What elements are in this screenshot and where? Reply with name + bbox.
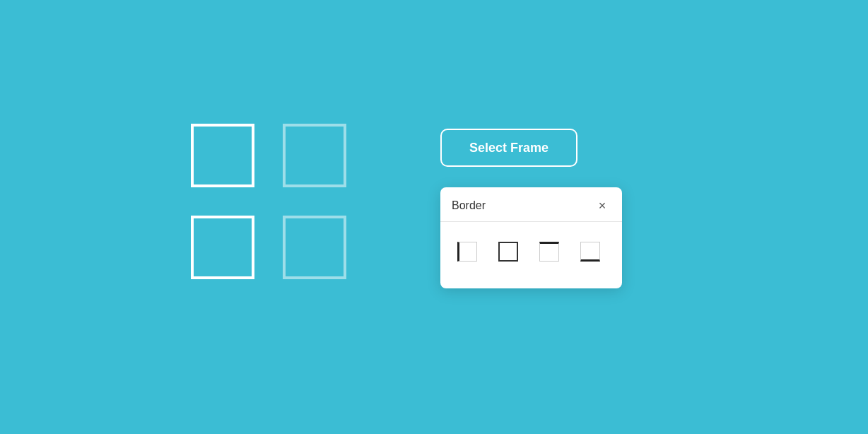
border-panel-body [440, 222, 622, 288]
border-panel: Border × [440, 187, 622, 288]
canvas: Select Frame Border × [0, 0, 868, 434]
border-option-top[interactable] [534, 236, 565, 267]
border-option-all[interactable] [493, 236, 524, 267]
border-bottom-icon [580, 242, 600, 262]
border-panel-title: Border [452, 199, 486, 212]
frame-bottom-left[interactable] [191, 216, 254, 279]
frame-bottom-right[interactable] [283, 216, 346, 279]
border-option-left[interactable] [452, 236, 483, 267]
select-frame-button[interactable]: Select Frame [440, 129, 577, 167]
border-panel-header: Border × [440, 187, 622, 222]
border-option-bottom[interactable] [575, 236, 606, 267]
frame-top-right[interactable] [283, 124, 346, 187]
border-all-icon [498, 242, 518, 262]
frame-top-left[interactable] [191, 124, 254, 187]
close-button[interactable]: × [594, 197, 611, 214]
border-left-icon [457, 242, 477, 262]
frames-grid [191, 124, 353, 286]
border-top-icon [539, 242, 559, 262]
